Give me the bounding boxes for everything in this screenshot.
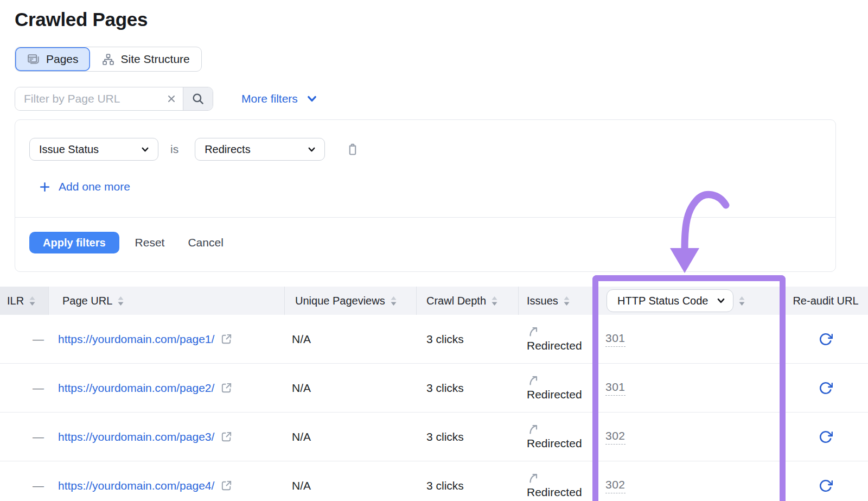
table-row: — https://yourdomain.com/page3/ N/A 3 cl… — [0, 413, 868, 461]
column-label: Crawl Depth — [426, 295, 486, 307]
external-link-icon[interactable] — [220, 430, 233, 443]
search-button[interactable] — [183, 87, 213, 110]
column-label: Issues — [527, 295, 558, 307]
more-filters-link[interactable]: More filters — [241, 92, 318, 105]
filter-bar: More filters — [15, 87, 868, 111]
redirect-arrow-icon — [528, 326, 541, 339]
redirect-arrow-icon — [528, 423, 541, 436]
chevron-down-icon — [307, 145, 316, 154]
column-label: Unique Pageviews — [295, 295, 385, 307]
filter-value: Redirects — [205, 143, 250, 156]
filter-condition-row: Issue Status is Redirects — [29, 138, 821, 161]
filter-value-select[interactable]: Redirects — [195, 138, 325, 161]
re-audit-button[interactable] — [819, 381, 833, 395]
http-status-code-value[interactable]: 302 — [605, 478, 626, 493]
sort-icon[interactable] — [117, 295, 124, 307]
issue-value: Redirected — [527, 486, 582, 499]
issue-value: Redirected — [527, 388, 582, 401]
page-url-link[interactable]: https://yourdomain.com/page4/ — [58, 479, 214, 492]
ilr-value: — — [0, 364, 49, 412]
column-label: HTTP Status Code — [617, 295, 708, 307]
column-label: Page URL — [62, 295, 112, 307]
unique-pageviews-value: N/A — [285, 364, 417, 412]
ilr-value: — — [0, 315, 49, 363]
chevron-down-icon — [306, 93, 318, 105]
more-filters-label: More filters — [241, 92, 298, 105]
filter-panel: Issue Status is Redirects — [15, 119, 836, 272]
external-link-icon[interactable] — [220, 333, 233, 345]
column-label: ILR — [7, 295, 24, 307]
reset-button[interactable]: Reset — [135, 236, 165, 249]
http-status-code-value[interactable]: 301 — [605, 380, 626, 396]
view-switcher: Pages Site Structure — [15, 47, 202, 72]
refresh-icon — [819, 430, 833, 444]
ilr-value: — — [0, 413, 49, 461]
table-row: — https://yourdomain.com/page4/ N/A 3 cl… — [0, 461, 868, 501]
crawl-depth-value: 3 clicks — [417, 413, 519, 461]
add-one-more-link[interactable]: Add one more — [29, 180, 130, 193]
chevron-down-icon — [716, 296, 726, 306]
sort-icon[interactable] — [29, 295, 36, 307]
tab-site-structure-label: Site Structure — [121, 53, 190, 66]
redirect-arrow-icon — [528, 472, 541, 485]
issue-value: Redirected — [527, 339, 582, 352]
add-one-more-label: Add one more — [59, 180, 130, 193]
table-header-row: ILR Page URL Unique Pageviews Crawl Dept… — [0, 287, 868, 315]
column-header-re-audit-url: Re-audit URL — [783, 287, 868, 315]
issue-value: Redirected — [527, 437, 582, 450]
external-link-icon[interactable] — [220, 382, 233, 394]
site-structure-icon — [101, 53, 115, 66]
cancel-button[interactable]: Cancel — [188, 236, 223, 249]
unique-pageviews-value: N/A — [285, 315, 417, 363]
filter-field-select[interactable]: Issue Status — [29, 138, 158, 161]
http-status-code-value[interactable]: 302 — [605, 429, 626, 445]
trash-icon — [346, 142, 360, 156]
unique-pageviews-value: N/A — [285, 461, 417, 501]
page-title: Crawled Pages — [15, 9, 868, 30]
column-header-crawl-depth[interactable]: Crawl Depth — [417, 287, 519, 315]
chevron-down-icon — [141, 145, 150, 154]
column-header-ilr[interactable]: ILR — [0, 287, 49, 315]
re-audit-button[interactable] — [819, 479, 833, 493]
crawl-depth-value: 3 clicks — [417, 364, 519, 412]
table-row: — https://yourdomain.com/page1/ N/A 3 cl… — [0, 315, 868, 364]
re-audit-button[interactable] — [819, 430, 833, 444]
sort-icon[interactable] — [738, 295, 745, 307]
search-icon — [191, 92, 205, 106]
remove-filter-button[interactable] — [346, 142, 360, 156]
close-icon — [166, 93, 177, 104]
column-header-issues[interactable]: Issues — [519, 287, 595, 315]
column-header-page-url[interactable]: Page URL — [49, 287, 285, 315]
sort-icon[interactable] — [491, 295, 498, 307]
url-filter-input[interactable] — [15, 87, 160, 110]
table-row: — https://yourdomain.com/page2/ N/A 3 cl… — [0, 364, 868, 413]
filter-operator: is — [170, 143, 178, 156]
apply-filters-button[interactable]: Apply filters — [29, 232, 119, 253]
crawled-pages-table: ILR Page URL Unique Pageviews Crawl Dept… — [0, 287, 868, 501]
tab-pages[interactable]: Pages — [15, 47, 90, 71]
refresh-icon — [819, 381, 833, 395]
column-label: Re-audit URL — [793, 295, 858, 307]
page-url-link[interactable]: https://yourdomain.com/page3/ — [58, 430, 214, 443]
re-audit-button[interactable] — [819, 332, 833, 346]
clear-filter-button[interactable] — [160, 87, 183, 110]
url-filter-group — [15, 87, 213, 111]
tab-pages-label: Pages — [46, 53, 79, 66]
tab-site-structure[interactable]: Site Structure — [90, 47, 201, 71]
ilr-value: — — [0, 461, 49, 501]
crawl-depth-value: 3 clicks — [417, 315, 519, 363]
external-link-icon[interactable] — [220, 479, 233, 492]
sort-icon[interactable] — [390, 295, 397, 307]
redirect-arrow-icon — [528, 375, 541, 388]
plus-icon — [39, 181, 50, 193]
unique-pageviews-value: N/A — [285, 413, 417, 461]
page-url-link[interactable]: https://yourdomain.com/page2/ — [58, 382, 214, 395]
http-status-code-value[interactable]: 301 — [605, 332, 626, 347]
sort-icon[interactable] — [563, 295, 570, 307]
page-url-link[interactable]: https://yourdomain.com/page1/ — [58, 333, 214, 346]
column-header-unique-pageviews[interactable]: Unique Pageviews — [285, 287, 417, 315]
crawl-depth-value: 3 clicks — [417, 461, 519, 501]
http-status-code-dropdown[interactable]: HTTP Status Code — [607, 289, 733, 312]
filter-field-value: Issue Status — [39, 143, 99, 156]
refresh-icon — [819, 332, 833, 346]
